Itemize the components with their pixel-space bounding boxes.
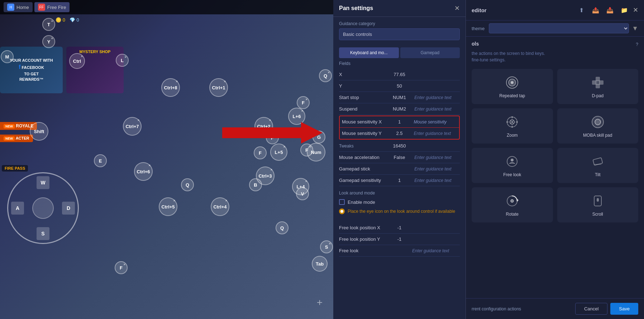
key-Q3[interactable]: Q (276, 221, 288, 234)
key-E[interactable]: E (94, 154, 107, 167)
tool-scroll[interactable]: Scroll (557, 187, 639, 222)
dpad-up[interactable]: W (37, 176, 49, 189)
key-F1[interactable]: F× (297, 96, 310, 109)
key-S[interactable]: S× (320, 240, 333, 253)
field-guidance-mousex[interactable]: Mouse sensitivity (414, 119, 457, 125)
panel-close-button[interactable]: ✕ (454, 4, 460, 12)
field-name-mousex: Mouse sensitivity X (342, 119, 385, 125)
tab-home[interactable]: H Home (4, 2, 33, 12)
key-ctrl1[interactable]: Ctrl+1× (209, 78, 228, 97)
key-shift[interactable]: Shift (30, 122, 48, 141)
key-ctrl[interactable]: Ctrl× (69, 53, 85, 69)
tool-repeated-tap[interactable]: Repeated tap (472, 69, 553, 104)
settings-tab-buttons: Keyboard and mo... Gamepad (339, 47, 460, 58)
key-B[interactable]: B (249, 178, 262, 191)
tool-dpad[interactable]: D-pad (557, 69, 639, 104)
key-ctrl7[interactable]: Ctrl+7× (123, 117, 142, 136)
freelook-label: Free look (503, 172, 521, 177)
save-button[interactable]: Save (610, 303, 638, 315)
keyboard-tab[interactable]: Keyboard and mo... (339, 47, 399, 58)
bottom-actions: rrent configuration actions Cancel Save (466, 298, 644, 319)
field-value-gamepadsens: 1 (387, 178, 412, 183)
editor-export-icon[interactable]: 📤 (590, 4, 601, 16)
dpad-left[interactable]: A (11, 202, 24, 215)
tools-help-icon[interactable]: ? (636, 42, 638, 47)
editor-header: editor ⬆ 📤 📥 📁 ✕ (466, 0, 644, 20)
field-guidance-gamepadstick[interactable]: Enter guidance text (414, 166, 460, 172)
freelook-x-value: -1 (387, 225, 412, 230)
key-F3[interactable]: F (254, 146, 267, 159)
key-ctrl8[interactable]: Ctrl+8× (161, 78, 180, 97)
key-tab[interactable]: Tab (312, 256, 328, 272)
svg-point-19 (511, 159, 514, 161)
freelook-v-guidance[interactable]: Enter guidance text (412, 248, 460, 253)
tools-title: ols (472, 41, 479, 47)
enable-mode-checkbox[interactable] (339, 199, 345, 205)
editor-upload-icon[interactable]: ⬆ (576, 4, 587, 16)
game-background: H Home FF Free Fire YOUR ACCOUNT WITHf F… (0, 0, 333, 319)
plus-icon: + (317, 297, 323, 308)
cancel-button[interactable]: Cancel (575, 303, 607, 315)
key-ctrl5[interactable]: Ctrl+5× (159, 197, 177, 216)
tools-desc-line2: fine-tune settings. (472, 57, 638, 63)
editor-import-icon[interactable]: 📥 (604, 4, 616, 16)
key-F5[interactable]: F× (115, 261, 128, 274)
field-row-startstop: Start stop NUM1 Enter guidance text (339, 92, 460, 103)
field-name-gamepadstick: Gamepad stick (339, 166, 385, 172)
free-look-pos-y: Free look position Y -1 (339, 234, 460, 245)
field-guidance-startstop[interactable]: Enter guidance text (414, 95, 460, 100)
key-V[interactable]: V (296, 187, 309, 200)
free-look-pos-x: Free look position X -1 (339, 222, 460, 234)
field-guidance-suspend[interactable]: Enter guidance text (414, 107, 460, 112)
tool-moba[interactable]: MOBA skill pad (557, 108, 639, 144)
moba-icon (590, 114, 606, 130)
tool-zoom[interactable]: Zoom (472, 108, 553, 144)
radio-button[interactable] (339, 208, 345, 214)
diamond-display: 💎 0 (70, 17, 79, 23)
tool-freelook[interactable]: Free look (472, 148, 553, 183)
freelook-y-value: -1 (387, 236, 412, 242)
tool-tilt[interactable]: Tilt (557, 148, 639, 183)
key-M[interactable]: M (1, 50, 14, 63)
tool-rotate[interactable]: Rotate (472, 187, 553, 222)
tweaks-row: Tweaks 16450 (339, 140, 460, 152)
field-guidance-mousey[interactable]: Enter guidance text (414, 131, 457, 136)
field-name-suspend: Suspend (339, 106, 385, 112)
field-guidance-gamepadsens[interactable]: Enter guidance text (414, 178, 460, 183)
tweaks-label: Tweaks (339, 144, 387, 149)
dpad-center (32, 197, 54, 219)
dpad-right[interactable]: D (62, 202, 75, 215)
key-ctrl6[interactable]: Ctrl+6× (134, 162, 153, 181)
scroll-icon (590, 193, 606, 209)
guidance-input[interactable] (339, 28, 460, 40)
editor-close-button[interactable]: ✕ (633, 4, 638, 16)
dpad-control[interactable]: W A S D (7, 172, 79, 244)
key-L5[interactable]: L+5× (270, 144, 287, 161)
tools-desc-line1: the actions on the screen to bind keys. (472, 50, 638, 57)
field-value-y: 50 (387, 83, 412, 89)
tab-freefire[interactable]: FF Free Fire (34, 2, 70, 12)
field-row-gamepadsens: Gamepad sensitivity 1 Enter guidance tex… (339, 175, 460, 186)
fields-section: Fields X 77.65 Y 50 Start stop NUM1 Ente… (333, 61, 466, 186)
key-T[interactable]: T× (42, 18, 55, 31)
field-guidance-mouseacc[interactable]: Enter guidance text (414, 155, 460, 160)
field-row-mousex: Mouse sensitivity X 1 Mouse sensitivity (340, 116, 459, 128)
svg-point-23 (511, 200, 514, 202)
dpad-down[interactable]: S (37, 227, 49, 240)
field-value-mousex: 1 (388, 119, 411, 125)
key-num[interactable]: Num (307, 143, 325, 161)
bottom-hud: + (317, 297, 323, 308)
theme-select[interactable] (489, 23, 629, 33)
gamepad-tab[interactable]: Gamepad (400, 47, 460, 58)
svg-point-11 (511, 121, 513, 123)
editor-folder-icon[interactable]: 📁 (619, 4, 630, 16)
key-Q2[interactable]: Q (181, 178, 194, 191)
key-L[interactable]: L× (116, 54, 129, 67)
key-ctrl4[interactable]: Ctrl+4× (211, 197, 229, 216)
key-Q1[interactable]: Q× (319, 69, 332, 82)
look-around-title: Look around mode (339, 191, 460, 196)
key-Y[interactable]: Y× (42, 35, 55, 48)
field-row-mouseacc: Mouse acceleration False Enter guidance … (339, 152, 460, 163)
enable-mode-row: Enable mode (339, 199, 460, 205)
dpad-icon (590, 75, 606, 90)
